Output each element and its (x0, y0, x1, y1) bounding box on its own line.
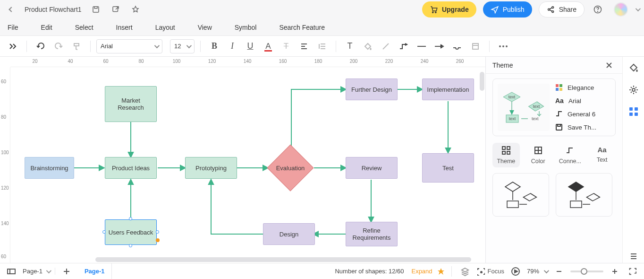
share-button[interactable]: Share (539, 1, 585, 17)
menu-file[interactable]: File (8, 24, 18, 31)
node-review[interactable]: Review (346, 157, 398, 179)
svg-text:text: text (508, 95, 516, 99)
tab-connector[interactable]: Conne... (557, 143, 584, 167)
theme-font-row[interactable]: AaArial (555, 97, 610, 105)
help-icon[interactable] (591, 3, 604, 16)
align-button[interactable] (296, 38, 312, 54)
page-select-chevron-icon[interactable] (46, 268, 51, 273)
text-tool-button[interactable]: T (342, 38, 358, 54)
node-refine-requirements[interactable]: Refine Requirements (346, 222, 398, 246)
font-size-select[interactable]: 12 (170, 39, 195, 53)
menu-select[interactable]: Select (75, 24, 93, 31)
selection-handle[interactable] (102, 230, 106, 234)
fullscreen-button[interactable] (626, 265, 639, 278)
close-panel-button[interactable] (602, 59, 616, 72)
theme-style-option-1[interactable] (492, 173, 549, 217)
svg-rect-10 (473, 44, 478, 49)
menu-symbol[interactable]: Symbol (235, 24, 257, 31)
undo-button[interactable] (33, 38, 49, 54)
svg-point-3 (435, 12, 436, 13)
horizontal-scrollbar[interactable] (95, 257, 471, 262)
svg-rect-1 (113, 7, 118, 12)
export-icon[interactable] (109, 3, 122, 16)
fill-color-button[interactable] (360, 38, 376, 54)
node-design[interactable]: Design (263, 223, 315, 245)
menu-layout[interactable]: Layout (155, 24, 175, 31)
svg-rect-28 (507, 147, 510, 149)
node-product-ideas[interactable]: Product Ideas (105, 157, 157, 179)
upgrade-button[interactable]: Upgrade (422, 1, 476, 17)
document-title[interactable]: Product Flowchart1 (25, 6, 82, 13)
node-further-design[interactable]: Further Design (346, 78, 398, 100)
font-color-button[interactable]: A (260, 38, 276, 54)
tab-theme[interactable]: Theme (492, 143, 520, 167)
line-color-button[interactable] (378, 38, 394, 54)
node-brainstorming[interactable]: Brainstorming (25, 157, 74, 179)
menu-view[interactable]: View (198, 24, 212, 31)
share-label: Share (559, 6, 576, 13)
node-evaluation[interactable]: Evaluation (274, 151, 307, 184)
connector-style-button[interactable] (396, 38, 412, 54)
strikethrough-button[interactable]: T (278, 38, 294, 54)
expand-button[interactable]: Expand (411, 268, 432, 275)
canvas-area[interactable]: 20 40 60 80 100 120 140 160 180 200 220 … (0, 57, 485, 263)
node-users-feedback[interactable]: Users Feedback (105, 219, 157, 245)
theme-save-row[interactable]: Save Th... (555, 123, 610, 131)
bold-button[interactable]: B (206, 38, 222, 54)
zoom-in-button[interactable] (608, 265, 621, 278)
theme-style-option-2[interactable] (556, 173, 612, 217)
focus-mode-button[interactable]: Focus (476, 265, 504, 278)
star-icon[interactable] (129, 3, 142, 16)
rotation-handle[interactable] (156, 238, 160, 242)
line-weight-button[interactable] (414, 38, 430, 54)
menu-search-feature[interactable]: Search Feature (279, 24, 325, 31)
avatar[interactable] (614, 2, 628, 17)
zoom-out-button[interactable] (552, 265, 566, 278)
save-icon[interactable] (89, 3, 102, 16)
line-jump-button[interactable] (449, 38, 466, 54)
expand-sidebar-icon[interactable] (5, 38, 21, 54)
page-tab[interactable]: Page-1 (78, 263, 112, 279)
tab-color[interactable]: Color (525, 143, 552, 167)
node-implementation[interactable]: Implementation (422, 78, 474, 100)
back-button[interactable] (5, 3, 18, 16)
avatar-menu-chevron-icon[interactable] (636, 6, 641, 11)
underline-button[interactable]: U (242, 38, 258, 54)
rail-settings-icon[interactable] (627, 83, 640, 96)
presentation-button[interactable] (509, 265, 522, 278)
layers-button[interactable] (458, 265, 472, 278)
menu-insert[interactable]: Insert (116, 24, 133, 31)
node-prototyping[interactable]: Prototyping (185, 157, 237, 179)
vertical-scrollbar[interactable] (480, 72, 484, 91)
right-rail (622, 57, 644, 263)
menu-edit[interactable]: Edit (41, 24, 52, 31)
selection-handle[interactable] (156, 230, 159, 234)
shapes-count-label: Number of shapes: 12/60 (335, 268, 404, 275)
italic-button[interactable]: I (224, 38, 240, 54)
more-button[interactable] (495, 38, 511, 54)
publish-button[interactable]: Publish (483, 1, 532, 17)
container-button[interactable] (467, 38, 483, 54)
theme-connector-row[interactable]: General 6 (555, 110, 610, 118)
page-select[interactable]: Page-1 (23, 268, 42, 275)
node-market-research[interactable]: Market Research (105, 86, 157, 122)
zoom-slider[interactable] (570, 270, 603, 272)
zoom-level[interactable]: 79% (527, 268, 539, 275)
arrow-style-button[interactable] (432, 38, 448, 54)
node-test[interactable]: Test (422, 153, 474, 183)
rail-fill-icon[interactable] (627, 61, 640, 75)
tab-text[interactable]: AaText (588, 143, 616, 167)
format-painter-button[interactable] (68, 38, 85, 54)
selection-handle[interactable] (129, 244, 132, 247)
theme-name-row[interactable]: Elegance (555, 84, 610, 91)
add-page-button[interactable] (60, 265, 73, 278)
pages-panel-button[interactable] (5, 265, 18, 278)
zoom-chevron-icon[interactable] (544, 268, 549, 273)
line-spacing-button[interactable] (314, 38, 330, 54)
selection-handle[interactable] (129, 217, 132, 220)
redo-button[interactable] (51, 38, 67, 54)
rail-list-icon[interactable] (627, 250, 640, 263)
canvas[interactable]: Market Research Brainstorming Product Id… (10, 67, 485, 263)
rail-apps-icon[interactable] (627, 105, 640, 118)
font-family-select[interactable]: Arial (96, 39, 162, 53)
